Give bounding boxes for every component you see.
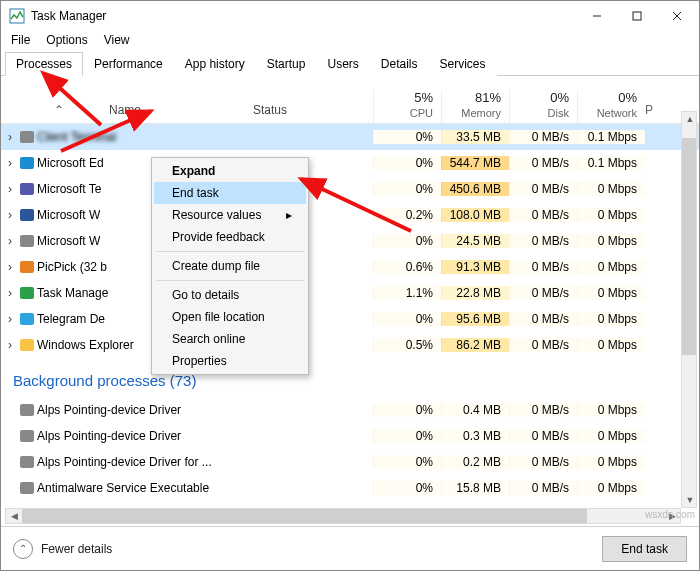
memory-cell: 95.6 MB [441,312,509,326]
network-cell: 0 Mbps [577,260,645,274]
svg-rect-11 [20,287,34,299]
col-network[interactable]: 0%Network [577,90,645,123]
expand-chevron-icon[interactable]: › [1,286,19,300]
expand-chevron-icon[interactable]: › [1,312,19,326]
ctx-resource-values[interactable]: Resource values▸ [154,204,306,226]
expand-chevron-icon[interactable]: › [1,260,19,274]
ctx-search-online[interactable]: Search online [154,328,306,350]
tab-users[interactable]: Users [316,52,369,76]
tab-performance[interactable]: Performance [83,52,174,76]
process-name: Microsoft W [37,234,100,248]
table-row[interactable]: Antimalware Service Executable 0% 15.8 M… [1,475,699,501]
expand-chevron-icon[interactable]: › [1,208,19,222]
table-row[interactable]: › PicPick (32 b 0.6% 91.3 MB 0 MB/s 0 Mb… [1,254,699,280]
tab-processes[interactable]: Processes [5,52,83,76]
table-row[interactable]: Alps Pointing-device Driver 0% 0.3 MB 0 … [1,423,699,449]
process-list: › Client Terminal 0% 33.5 MB 0 MB/s 0.1 … [1,124,699,544]
maximize-button[interactable] [617,2,657,30]
table-row[interactable]: Alps Pointing-device Driver 0% 0.4 MB 0 … [1,397,699,423]
network-cell: 0 Mbps [577,234,645,248]
expand-chevron-icon[interactable]: › [1,130,19,144]
scroll-up-icon[interactable]: ▲ [682,112,698,126]
table-row[interactable]: › Microsoft W 0% 24.5 MB 0 MB/s 0 Mbps [1,228,699,254]
cpu-cell: 0% [373,156,441,170]
horizontal-scrollbar[interactable]: ◀ ▶ [5,508,681,524]
cpu-cell: 0.2% [373,208,441,222]
col-disk[interactable]: 0%Disk [509,90,577,123]
ctx-expand[interactable]: Expand [154,160,306,182]
tab-services[interactable]: Services [429,52,497,76]
menu-view[interactable]: View [104,33,130,47]
close-button[interactable] [657,2,697,30]
scroll-thumb[interactable] [22,509,587,523]
table-row[interactable]: › Microsoft Te 0% 450.6 MB 0 MB/s 0 Mbps [1,176,699,202]
svg-rect-2 [633,12,641,20]
col-p[interactable]: P [645,103,659,123]
app-icon [19,207,37,223]
svg-rect-5 [20,131,34,143]
tab-details[interactable]: Details [370,52,429,76]
scroll-left-icon[interactable]: ◀ [6,509,22,523]
ctx-open-file-location[interactable]: Open file location [154,306,306,328]
table-row[interactable]: › Windows Explorer 0.5% 86.2 MB 0 MB/s 0… [1,332,699,358]
table-row[interactable]: › Client Terminal 0% 33.5 MB 0 MB/s 0.1 … [1,124,699,150]
col-memory[interactable]: 81%Memory [441,90,509,123]
context-menu: Expand End task Resource values▸ Provide… [151,157,309,375]
table-row[interactable]: › Microsoft Ed 0% 544.7 MB 0 MB/s 0.1 Mb… [1,150,699,176]
fewer-details-button[interactable]: ⌃ Fewer details [13,539,112,559]
expand-chevron-icon[interactable]: › [1,234,19,248]
app-icon [19,259,37,275]
table-row[interactable]: › Microsoft W 0.2% 108.0 MB 0 MB/s 0 Mbp… [1,202,699,228]
col-status[interactable]: Status [253,103,373,123]
table-row[interactable]: Alps Pointing-device Driver for ... 0% 0… [1,449,699,475]
disk-cell: 0 MB/s [509,208,577,222]
app-icon [19,402,37,418]
network-cell: 0 Mbps [577,429,645,443]
tab-app-history[interactable]: App history [174,52,256,76]
end-task-button[interactable]: End task [602,536,687,562]
app-icon [19,181,37,197]
col-name[interactable]: ⌃ Name [1,103,253,123]
disk-cell: 0 MB/s [509,481,577,495]
ctx-create-dump[interactable]: Create dump file [154,255,306,277]
menu-file[interactable]: File [11,33,30,47]
app-icon [19,155,37,171]
app-icon [19,480,37,496]
col-cpu[interactable]: 5%CPU [373,90,441,123]
group-background-processes: Background processes (73) [1,358,699,397]
memory-cell: 86.2 MB [441,338,509,352]
table-row[interactable]: › Telegram De 0% 95.6 MB 0 MB/s 0 Mbps [1,306,699,332]
process-name: Client Terminal [37,130,116,144]
ctx-properties[interactable]: Properties [154,350,306,372]
app-icon [19,311,37,327]
memory-cell: 0.3 MB [441,429,509,443]
expand-chevron-icon[interactable]: › [1,156,19,170]
process-name: Telegram De [37,312,105,326]
cpu-cell: 0.5% [373,338,441,352]
process-name: Alps Pointing-device Driver for ... [37,455,212,469]
process-name: Microsoft Ed [37,156,104,170]
minimize-button[interactable] [577,2,617,30]
menu-options[interactable]: Options [46,33,87,47]
memory-cell: 33.5 MB [441,130,509,144]
cpu-cell: 1.1% [373,286,441,300]
ctx-end-task[interactable]: End task [154,182,306,204]
vertical-scrollbar[interactable]: ▲ ▼ [681,111,697,508]
disk-cell: 0 MB/s [509,403,577,417]
disk-cell: 0 MB/s [509,130,577,144]
footer: ⌃ Fewer details End task [1,526,699,570]
svg-rect-14 [20,404,34,416]
expand-chevron-icon[interactable]: › [1,338,19,352]
ctx-go-to-details[interactable]: Go to details [154,284,306,306]
memory-cell: 91.3 MB [441,260,509,274]
tab-startup[interactable]: Startup [256,52,317,76]
svg-rect-12 [20,313,34,325]
process-name: Alps Pointing-device Driver [37,403,181,417]
scroll-down-icon[interactable]: ▼ [682,493,698,507]
disk-cell: 0 MB/s [509,312,577,326]
ctx-provide-feedback[interactable]: Provide feedback [154,226,306,248]
table-row[interactable]: › Task Manage 1.1% 22.8 MB 0 MB/s 0 Mbps [1,280,699,306]
expand-chevron-icon[interactable]: › [1,182,19,196]
svg-rect-17 [20,482,34,494]
scroll-thumb[interactable] [682,138,696,355]
